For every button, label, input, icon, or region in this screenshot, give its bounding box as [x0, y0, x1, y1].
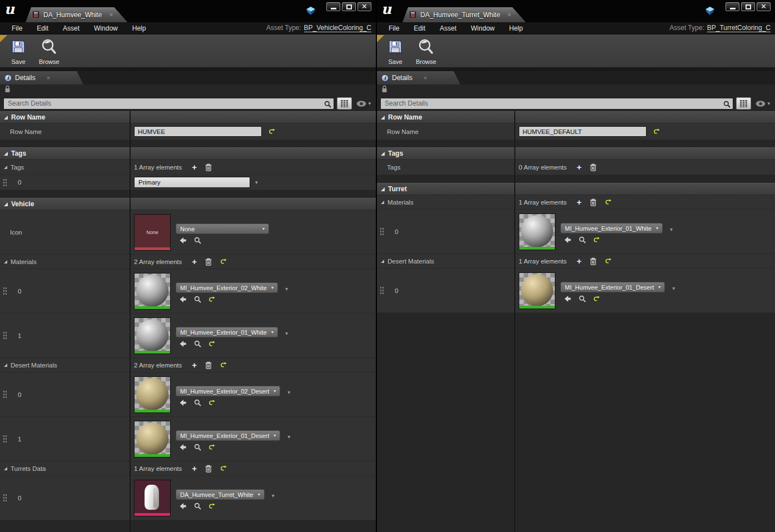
browse-to-asset-icon[interactable] — [577, 295, 588, 302]
delete-array-icon[interactable] — [203, 258, 213, 266]
expand-arrow-icon[interactable] — [381, 116, 385, 120]
expand-arrow-icon[interactable] — [4, 467, 7, 470]
material-asset-dropdown[interactable]: MI_Humvee_Exterior_02_White▾ — [176, 282, 278, 293]
view-options-button[interactable]: ▾ — [355, 101, 372, 107]
reset-to-default-icon[interactable] — [218, 362, 228, 369]
reset-to-default-icon[interactable] — [592, 296, 602, 302]
minimize-button[interactable] — [726, 2, 739, 11]
material-thumbnail[interactable] — [519, 213, 555, 250]
use-selected-asset-icon[interactable] — [177, 237, 188, 244]
reset-to-default-icon[interactable] — [207, 503, 217, 510]
expand-arrow-icon[interactable] — [4, 364, 7, 367]
menu-window[interactable]: Window — [464, 24, 502, 32]
asset-type-link[interactable]: BP_VehicleColoring_C — [304, 24, 371, 32]
close-button[interactable]: ✕ — [757, 2, 771, 11]
use-selected-asset-icon[interactable] — [562, 236, 573, 243]
expand-arrow-icon[interactable] — [4, 166, 7, 169]
maximize-button[interactable] — [342, 2, 356, 11]
details-tab[interactable]: i Details × — [0, 71, 83, 84]
save-button[interactable]: Save — [8, 37, 29, 66]
use-selected-asset-icon[interactable] — [177, 399, 188, 406]
category-tags[interactable]: Tags — [377, 147, 775, 160]
drag-handle[interactable] — [3, 331, 7, 340]
menu-asset[interactable]: Asset — [56, 24, 87, 32]
delete-array-icon[interactable] — [588, 163, 598, 171]
tab-close-icon[interactable]: × — [508, 11, 511, 19]
material-asset-dropdown[interactable]: MI_Humvee_Exterior_01_Desert▾ — [176, 430, 280, 441]
reset-to-default-icon[interactable] — [218, 258, 228, 265]
category-tags[interactable]: Tags — [0, 147, 376, 160]
expand-arrow-icon[interactable] — [4, 152, 8, 156]
delete-array-icon[interactable] — [588, 198, 598, 206]
drag-handle[interactable] — [380, 286, 384, 295]
reset-to-default-icon[interactable] — [207, 444, 217, 451]
asset-editor-tab[interactable]: DA_Humvee_Turret_White × — [403, 7, 526, 22]
display-settings-button[interactable] — [337, 97, 352, 110]
element-options-icon[interactable]: ▾ — [672, 285, 675, 291]
delete-array-icon[interactable] — [588, 257, 598, 265]
close-button[interactable]: ✕ — [357, 2, 371, 11]
icon-asset-dropdown[interactable]: None▾ — [176, 223, 269, 234]
material-asset-dropdown[interactable]: MI_Humvee_Exterior_02_Desert▾ — [176, 386, 280, 396]
menu-window[interactable]: Window — [87, 24, 125, 32]
category-turret[interactable]: Turret — [377, 183, 775, 195]
element-options-icon[interactable]: ▾ — [670, 226, 673, 232]
menu-edit[interactable]: Edit — [29, 24, 56, 32]
add-element-icon[interactable]: + — [575, 199, 583, 206]
menu-asset[interactable]: Asset — [433, 24, 464, 32]
expand-arrow-icon[interactable] — [381, 187, 385, 191]
tab-close-icon[interactable]: × — [109, 11, 113, 19]
menu-help[interactable]: Help — [125, 24, 153, 32]
drag-handle[interactable] — [3, 390, 7, 399]
material-thumbnail[interactable] — [134, 421, 171, 458]
expand-arrow-icon[interactable] — [4, 260, 7, 263]
browse-to-asset-icon[interactable] — [577, 236, 588, 243]
browse-to-asset-icon[interactable] — [192, 237, 203, 244]
asset-editor-tab[interactable]: DA_Humvee_White × — [26, 7, 127, 22]
reset-to-default-icon[interactable] — [207, 296, 217, 303]
material-thumbnail[interactable] — [519, 272, 555, 309]
details-tab-close-icon[interactable]: × — [424, 74, 427, 81]
reset-to-default-icon[interactable] — [207, 341, 217, 347]
category-row-name[interactable]: Row Name — [0, 111, 376, 123]
display-settings-button[interactable] — [736, 97, 751, 110]
asset-type-link[interactable]: BP_TurretColoring_C — [707, 24, 771, 32]
reset-to-default-icon[interactable] — [267, 128, 277, 135]
tag-dropdown[interactable]: Primary — [134, 177, 250, 188]
material-asset-dropdown[interactable]: MI_Humvee_Exterior_01_White▾ — [560, 223, 663, 233]
browse-to-asset-icon[interactable] — [192, 444, 203, 451]
delete-array-icon[interactable] — [203, 361, 213, 369]
material-thumbnail[interactable] — [134, 317, 171, 354]
element-options-icon[interactable]: ▾ — [287, 434, 290, 440]
add-element-icon[interactable]: + — [190, 465, 198, 472]
browse-to-asset-icon[interactable] — [192, 296, 203, 303]
add-element-icon[interactable]: + — [575, 258, 583, 265]
expand-arrow-icon[interactable] — [4, 116, 8, 120]
tutorial-diamond-icon[interactable] — [306, 7, 316, 18]
use-selected-asset-icon[interactable] — [562, 295, 573, 302]
expand-arrow-icon[interactable] — [381, 152, 385, 156]
delete-array-icon[interactable] — [203, 163, 213, 171]
element-options-icon[interactable]: ▾ — [285, 330, 288, 336]
chevron-down-icon[interactable]: ▾ — [255, 180, 258, 185]
material-asset-dropdown[interactable]: MI_Humvee_Exterior_01_Desert▾ — [560, 282, 665, 292]
add-element-icon[interactable]: + — [190, 258, 198, 265]
material-thumbnail[interactable] — [134, 273, 171, 310]
details-tab-close-icon[interactable]: × — [47, 74, 50, 81]
add-element-icon[interactable]: + — [190, 362, 198, 369]
browse-to-asset-icon[interactable] — [192, 503, 203, 510]
add-element-icon[interactable]: + — [190, 164, 198, 171]
column-splitter[interactable] — [514, 111, 515, 532]
reset-to-default-icon[interactable] — [603, 258, 613, 265]
reset-to-default-icon[interactable] — [218, 465, 228, 472]
use-selected-asset-icon[interactable] — [177, 444, 188, 451]
row-name-input[interactable] — [134, 126, 262, 137]
add-element-icon[interactable]: + — [575, 164, 583, 171]
data-asset-dropdown[interactable]: DA_Humvee_Turret_White▾ — [176, 489, 265, 500]
details-tab[interactable]: i Details × — [377, 71, 460, 84]
delete-array-icon[interactable] — [203, 465, 213, 473]
expand-arrow-icon[interactable] — [381, 201, 384, 204]
drag-handle[interactable] — [3, 435, 7, 443]
search-input[interactable] — [3, 98, 334, 110]
browse-to-asset-icon[interactable] — [192, 340, 203, 347]
